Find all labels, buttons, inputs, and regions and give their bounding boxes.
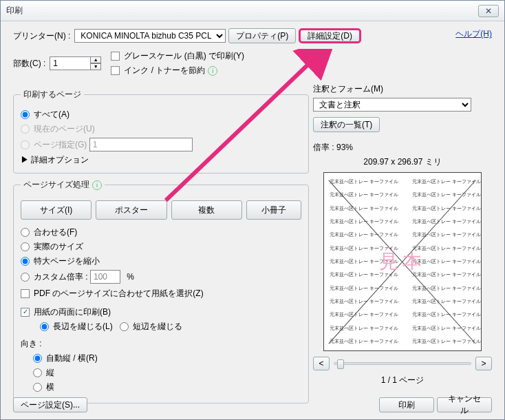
range-pages-input: [89, 138, 193, 151]
range-current-label: 現在のページ(U): [34, 123, 95, 135]
poster-button[interactable]: ポスター: [96, 200, 166, 220]
print-button[interactable]: 印刷: [379, 397, 434, 412]
scale-value: 93%: [336, 143, 353, 152]
grayscale-checkbox[interactable]: [111, 52, 120, 61]
page-range-legend: 印刷するページ: [21, 89, 84, 101]
booklet-button[interactable]: 小冊子: [246, 200, 301, 220]
cancel-button[interactable]: キャンセル: [437, 397, 492, 412]
fit-radio[interactable]: [21, 228, 30, 237]
source-pdf-label: PDF のページサイズに合わせて用紙を選択(Z): [34, 288, 204, 300]
percent-label: %: [127, 272, 134, 282]
print-dialog: 印刷 ✕ ヘルプ(H) プリンター(N) : KONICA MINOLTA bi…: [0, 0, 505, 420]
page-slider[interactable]: [334, 362, 471, 365]
save-ink-checkbox[interactable]: [111, 66, 120, 75]
scale-label: 倍率 :: [313, 143, 334, 152]
short-edge-label: 短辺を綴じる: [133, 321, 182, 333]
printer-label: プリンター(N) :: [13, 30, 70, 42]
grayscale-label: グレースケール (白黒) で印刷(Y): [124, 50, 244, 62]
sizing-legend: ページサイズ処理: [23, 180, 89, 189]
window-title: 印刷: [6, 5, 478, 17]
orient-portrait-label: 縦: [46, 367, 54, 379]
properties-button[interactable]: プロパティ(P): [228, 28, 296, 43]
orientation-label: 向き :: [21, 338, 301, 350]
both-sides-label: 用紙の両面に印刷(B): [34, 306, 111, 318]
sizing-group: ページサイズ処理i サイズ(I) ポスター 複数 小冊子 合わせる(F) 実際の…: [13, 179, 309, 403]
copies-label: 部数(C) :: [13, 58, 45, 70]
info-icon[interactable]: i: [92, 180, 102, 190]
range-pages-label: ページ指定(G): [34, 139, 87, 151]
size-button[interactable]: サイズ(I): [21, 200, 92, 220]
source-pdf-checkbox[interactable]: [21, 289, 30, 298]
preview-area: 元末並べ区トレー キーファイル元末並べ区トレー キーファイル元末並べ区トレー キ…: [323, 172, 482, 351]
comments-select[interactable]: 文書と注釈: [313, 98, 471, 112]
orient-portrait-radio[interactable]: [33, 368, 42, 377]
sample-watermark: 見本: [379, 249, 426, 275]
multiple-button[interactable]: 複数: [171, 200, 242, 220]
long-edge-radio[interactable]: [40, 322, 49, 331]
help-link[interactable]: ヘルプ(H): [455, 28, 492, 40]
titlebar: 印刷 ✕: [1, 1, 504, 21]
more-options-toggle[interactable]: ▶ 詳細オプション: [21, 154, 301, 166]
range-current-radio: [21, 125, 30, 134]
prev-page-button[interactable]: <: [313, 357, 330, 370]
actual-radio[interactable]: [21, 242, 30, 251]
long-edge-label: 長辺を綴じる(L): [53, 321, 113, 333]
page-info: 1 / 1 ページ: [313, 375, 492, 386]
comments-label: 注釈とフォーム(M): [313, 83, 492, 95]
range-all-label: すべて(A): [34, 109, 69, 120]
shrink-label: 特大ページを縮小: [34, 255, 100, 267]
range-pages-radio: [21, 140, 30, 149]
short-edge-radio[interactable]: [120, 322, 129, 331]
info-icon[interactable]: i: [208, 66, 217, 76]
custom-radio[interactable]: [21, 273, 30, 282]
shrink-radio[interactable]: [21, 257, 30, 266]
both-sides-checkbox[interactable]: [21, 308, 30, 317]
fit-label: 合わせる(F): [34, 227, 77, 238]
custom-label: カスタム倍率 :: [34, 271, 88, 283]
next-page-button[interactable]: >: [475, 357, 492, 370]
printer-select[interactable]: KONICA MINOLTA bizhub C35 PCL6: [74, 29, 226, 43]
orient-auto-label: 自動縦 / 横(R): [46, 353, 98, 364]
custom-scale-input[interactable]: [90, 270, 120, 284]
close-icon[interactable]: ✕: [478, 5, 499, 17]
page-setup-button[interactable]: ページ設定(S)...: [13, 397, 87, 412]
range-all-radio[interactable]: [21, 110, 30, 119]
page-range-group: 印刷するページ すべて(A) 現在のページ(U) ページ指定(G) ▶ 詳細オプ…: [13, 89, 309, 174]
preview-dimensions: 209.97 x 296.97 ミリ: [313, 156, 492, 168]
save-ink-label: インク / トナーを節約: [124, 65, 205, 76]
copies-spinner[interactable]: ▲▼: [90, 56, 101, 70]
summary-button[interactable]: 注釈の一覧(T): [313, 117, 380, 132]
actual-label: 実際のサイズ: [34, 241, 83, 253]
copies-input[interactable]: [50, 56, 91, 70]
advanced-button[interactable]: 詳細設定(D): [299, 28, 361, 43]
orient-auto-radio[interactable]: [33, 354, 42, 363]
